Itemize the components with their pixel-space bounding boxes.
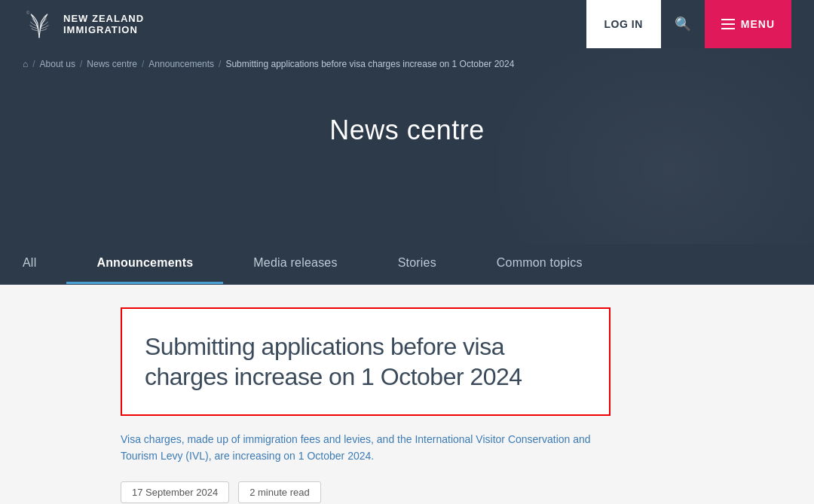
breadcrumb-about-us[interactable]: About us — [40, 59, 75, 69]
tab-all[interactable]: All — [0, 244, 66, 284]
menu-button[interactable]: MENU — [705, 0, 791, 48]
tab-announcements[interactable]: Announcements — [66, 244, 223, 284]
svg-text:©: © — [26, 11, 30, 15]
login-button[interactable]: LOG IN — [586, 0, 661, 48]
breadcrumb-announcements[interactable]: Announcements — [148, 59, 214, 69]
search-icon: 🔍 — [675, 17, 691, 32]
article-summary: Visa charges, made up of immigration fee… — [121, 431, 603, 465]
main-content: Submitting applications before visa char… — [0, 285, 814, 504]
tab-common-topics[interactable]: Common topics — [467, 244, 613, 284]
hamburger-icon — [721, 19, 735, 29]
article-read-time: 2 minute read — [238, 481, 321, 503]
search-button[interactable]: 🔍 — [661, 0, 705, 48]
article-title: Submitting applications before visa char… — [145, 331, 586, 392]
breadcrumb-current: Submitting applications before visa char… — [225, 59, 514, 69]
header: © NEW ZEALAND IMMIGRATION LOG IN 🔍 — [0, 0, 814, 48]
logo-text: NEW ZEALAND IMMIGRATION — [63, 13, 144, 35]
article-card: Submitting applications before visa char… — [121, 307, 610, 416]
header-actions: LOG IN 🔍 MENU — [586, 0, 791, 48]
tab-media-releases[interactable]: Media releases — [223, 244, 367, 284]
page-title: News centre — [23, 99, 791, 191]
hero-section: ⌂ / About us / News centre / Announcemen… — [0, 48, 814, 244]
logo-area: © NEW ZEALAND IMMIGRATION — [23, 8, 144, 41]
news-tabs: All Announcements Media releases Stories… — [0, 244, 814, 285]
fern-logo-icon: © — [23, 8, 56, 41]
breadcrumb-news-centre[interactable]: News centre — [87, 59, 137, 69]
article-meta: 17 September 2024 2 minute read — [121, 481, 693, 503]
tab-stories[interactable]: Stories — [368, 244, 467, 284]
home-icon[interactable]: ⌂ — [23, 59, 28, 69]
breadcrumb: ⌂ / About us / News centre / Announcemen… — [23, 59, 791, 69]
article-date: 17 September 2024 — [121, 481, 229, 503]
